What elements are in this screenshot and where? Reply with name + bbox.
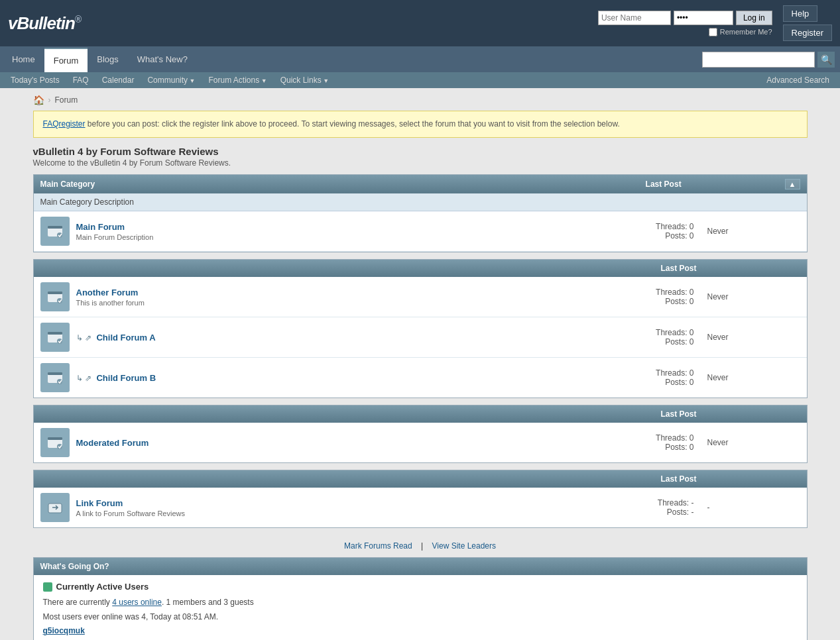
search-input[interactable]	[702, 52, 815, 68]
forum-row-moderated: Moderated Forum Threads: 0 Posts: 0 Neve…	[34, 423, 807, 462]
section4-lastpost-col: Last Post	[661, 474, 794, 484]
svg-rect-10	[48, 372, 62, 375]
svg-rect-4	[48, 292, 62, 294]
forum-icon-main	[40, 217, 70, 246]
section2-header: Last Post	[34, 260, 807, 277]
remember-me-label: Remember Me?	[720, 28, 772, 36]
remember-me-checkbox[interactable]	[709, 28, 717, 36]
register-link[interactable]: Register	[783, 25, 832, 41]
svg-rect-7	[48, 332, 62, 335]
forum-row-another: Another Forum This is another forum Thre…	[34, 277, 807, 317]
main-category-title: Main Category	[40, 180, 95, 189]
forum-info-link: Link Forum A link to Forum Software Revi…	[76, 498, 575, 517]
notice-faq-link[interactable]: FAQ	[43, 119, 59, 129]
svg-rect-15	[48, 504, 62, 513]
forum-icon-moderated	[40, 428, 70, 457]
site-title: vBulletin 4 by Forum Software Reviews	[33, 146, 808, 157]
forum-icon-child-a	[40, 323, 70, 352]
username-input[interactable]	[598, 11, 671, 25]
content-area: 🏠 › Forum FAQregister before you can pos…	[23, 88, 818, 640]
remember-row: Remember Me?	[709, 28, 772, 36]
advanced-search-link[interactable]: Advanced Search	[761, 72, 835, 88]
main-category-description: Main Category Description	[34, 193, 807, 211]
forum-icon-link	[40, 493, 70, 522]
footer-separator: |	[421, 541, 423, 551]
forum-info-moderated: Moderated Forum	[76, 438, 575, 448]
breadcrumb-separator: ›	[48, 95, 51, 105]
section4-header: Last Post	[34, 470, 807, 488]
nav-whats-new[interactable]: What's New?	[128, 46, 197, 72]
child-icon-b: ↳ ⇗	[76, 374, 91, 383]
users-online-link[interactable]: 4 users online	[112, 598, 162, 607]
login-area: Log in Remember Me?	[598, 11, 772, 36]
moderated-forum-lastpost: Never	[707, 438, 800, 447]
moderated-forum-link[interactable]: Moderated Forum	[76, 438, 149, 448]
active-users-icon	[43, 582, 52, 592]
password-input[interactable]	[674, 11, 733, 25]
main-forum-posts: Posts: 0	[575, 231, 694, 240]
nav-forum[interactable]: Forum	[44, 48, 88, 72]
forum-info-child-b: ↳ ⇗ Child Forum B	[76, 373, 575, 383]
active-users-title: Currently Active Users	[43, 582, 798, 592]
header-links: Help Register	[783, 5, 832, 41]
child-forum-a-link[interactable]: Child Forum A	[96, 333, 155, 343]
forum-row-link: Link Forum A link to Forum Software Revi…	[34, 488, 807, 527]
forum-info-another: Another Forum This is another forum	[76, 288, 575, 307]
section4: Last Post Link Forum A link to Forum Sof…	[33, 470, 808, 528]
forum-icon-child-b	[40, 363, 70, 392]
navbar: Home Forum Blogs What's New? 🔍	[0, 46, 840, 72]
link-forum-lastpost: -	[707, 503, 800, 512]
collapse-icon[interactable]: ▲	[785, 179, 800, 189]
search-button[interactable]: 🔍	[817, 52, 835, 68]
main-forum-link[interactable]: Main Forum	[76, 222, 125, 232]
main-forum-desc: Main Forum Description	[76, 233, 575, 241]
breadcrumb: 🏠 › Forum	[33, 95, 808, 105]
subnav-todays-posts[interactable]: Today's Posts	[5, 72, 65, 88]
link-forum-desc: A link to Forum Software Reviews	[76, 509, 575, 517]
main-category-section: Main Category Last Post ▲ Main Category …	[33, 174, 808, 252]
notice-box: FAQregister before you can post: click t…	[33, 111, 808, 138]
child-icon-a: ↳ ⇗	[76, 333, 91, 343]
another-forum-lastpost: Never	[707, 292, 800, 301]
child-b-stats: Threads: 0 Posts: 0	[575, 368, 694, 387]
main-category-header: Main Category Last Post ▲	[34, 175, 807, 193]
active-users-text: There are currently 4 users online. 1 me…	[43, 596, 798, 639]
subnav-quick-links[interactable]: Quick Links	[275, 72, 334, 88]
mark-forums-read-link[interactable]: Mark Forums Read	[344, 541, 412, 551]
login-button[interactable]: Log in	[736, 11, 772, 25]
logo-sup: ®	[75, 14, 81, 25]
forum-row-main-forum: Main Forum Main Forum Description Thread…	[34, 211, 807, 252]
another-forum-desc: This is another forum	[76, 299, 575, 307]
help-link[interactable]: Help	[783, 5, 818, 22]
main-forum-stats: Threads: 0 Posts: 0	[575, 222, 694, 240]
subnav-community[interactable]: Community	[142, 72, 200, 88]
forum-info-main: Main Forum Main Forum Description	[76, 222, 575, 241]
another-forum-stats: Threads: 0 Posts: 0	[575, 288, 694, 306]
section2-lastpost-col: Last Post	[661, 264, 794, 273]
nav-blogs[interactable]: Blogs	[88, 46, 128, 72]
forum-row-child-a: ↳ ⇗ Child Forum A Threads: 0 Posts: 0 Ne…	[34, 317, 807, 358]
view-site-leaders-link[interactable]: View Site Leaders	[432, 541, 497, 551]
footer-links: Mark Forums Read | View Site Leaders	[33, 535, 808, 557]
section3-header: Last Post	[34, 405, 807, 423]
logo: vBulletin®	[8, 13, 81, 34]
site-subtitle: Welcome to the vBulletin 4 by Forum Soft…	[33, 158, 808, 168]
subnav-forum-actions[interactable]: Forum Actions	[204, 72, 272, 88]
link-forum-link[interactable]: Link Forum	[76, 498, 123, 508]
active-users-section: Currently Active Users There are current…	[34, 575, 807, 640]
subnav-calendar[interactable]: Calendar	[97, 72, 140, 88]
link-forum-stats: Threads: - Posts: -	[575, 498, 694, 517]
forum-info-child-a: ↳ ⇗ Child Forum A	[76, 333, 575, 343]
subnav-faq[interactable]: FAQ	[68, 72, 94, 88]
section3-lastpost-col: Last Post	[661, 409, 794, 419]
notice-register-link[interactable]: register	[59, 119, 86, 129]
header: vBulletin® Log in Remember Me? Help Regi…	[0, 0, 840, 46]
svg-rect-1	[48, 226, 62, 229]
notice-text-after-register: before you can post: click the register …	[86, 119, 620, 129]
section3: Last Post Moderated Forum Threads: 0 Pos…	[33, 405, 808, 463]
child-forum-b-link[interactable]: Child Forum B	[96, 373, 156, 383]
nav-home[interactable]: Home	[3, 46, 44, 72]
user-link[interactable]: g5iocqmuk	[43, 626, 85, 635]
breadcrumb-forum[interactable]: Forum	[55, 95, 78, 105]
another-forum-link[interactable]: Another Forum	[76, 288, 139, 297]
